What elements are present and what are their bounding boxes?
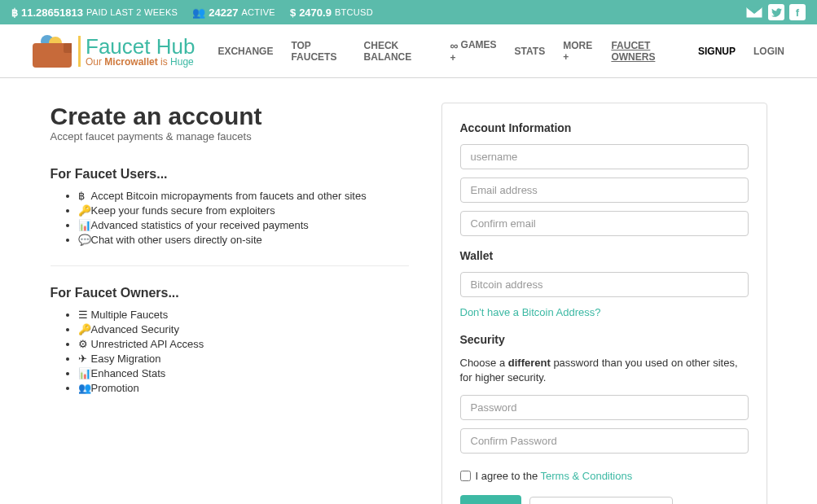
stat-price-value: 2470.9 [299, 7, 332, 19]
envelope-icon[interactable] [745, 3, 763, 21]
button-row: Sign up Already have an account? Support [460, 495, 749, 504]
stat-price: $ 2470.9 BTCUSD [290, 7, 373, 19]
list-item: ✈Easy Migration [78, 353, 409, 365]
stat-price-label: BTCUSD [335, 7, 373, 17]
topbar-stats: ฿ 11.28651813 PAID LAST 2 WEEKS 👥 24227 … [11, 7, 373, 19]
list-item: 👥Promotion [78, 382, 409, 394]
stat-paid-label: PAID LAST 2 WEEKS [86, 7, 178, 17]
terms-link[interactable]: Terms & Conditions [541, 470, 633, 482]
terms-label: I agree to the Terms & Conditions [476, 470, 633, 482]
bitcoin-icon: ฿ [78, 190, 90, 202]
owners-list: ☰Multiple Faucets 🔑Advanced Security ⚙Un… [51, 309, 409, 394]
stat-active-label: ACTIVE [241, 7, 275, 17]
terms-row: I agree to the Terms & Conditions [460, 470, 749, 482]
logo[interactable]: Faucet Hub Our Microwallet is Huge [33, 35, 195, 68]
password-field[interactable] [460, 395, 749, 420]
divider [51, 265, 409, 266]
signup-button[interactable]: Sign up [460, 495, 521, 504]
left-column: Create an account Accept faucet payments… [51, 103, 409, 405]
nav-exchange[interactable]: EXCHANGE [217, 46, 273, 57]
users-heading: For Faucet Users... [51, 167, 409, 182]
bitcoin-address-field[interactable] [460, 272, 749, 297]
already-account-button[interactable]: Already have an account? [529, 497, 673, 504]
security-heading: Security [460, 333, 749, 346]
twitter-icon[interactable] [768, 4, 784, 20]
gear-icon: ⚙ [78, 338, 90, 350]
topbar: ฿ 11.28651813 PAID LAST 2 WEEKS 👥 24227 … [0, 0, 817, 24]
stat-paid: ฿ 11.28651813 PAID LAST 2 WEEKS [11, 7, 178, 19]
infinity-icon: ∞ [450, 39, 459, 52]
nav-links: EXCHANGE TOP FAUCETS CHECK BALANCE ∞GAME… [217, 39, 784, 64]
topbar-social: f [745, 3, 806, 21]
page-subtitle: Accept faucet payments & manage faucets [51, 130, 409, 142]
confirm-password-field[interactable] [460, 428, 749, 454]
nav-login[interactable]: LOGIN [753, 46, 784, 57]
account-heading: Account Information [460, 121, 749, 134]
users-icon: 👥 [78, 382, 90, 394]
main-container: Create an account Accept faucet payments… [34, 78, 784, 504]
logo-title: Faucet Hub [86, 36, 195, 57]
users-icon: 👥 [192, 7, 205, 19]
bitcoin-icon: ฿ [11, 7, 18, 19]
list-icon: ☰ [78, 309, 90, 321]
nav-faucet-owners[interactable]: FAUCET OWNERS [611, 40, 680, 63]
security-help: Choose a different password than you use… [460, 356, 749, 385]
key-icon: 🔑 [78, 204, 90, 217]
email-field[interactable] [460, 177, 749, 203]
chart-icon: 📊 [78, 219, 90, 231]
nav-games[interactable]: ∞GAMES + [450, 39, 497, 64]
stat-paid-value: 11.28651813 [21, 7, 83, 19]
navbar: Faucet Hub Our Microwallet is Huge EXCHA… [0, 24, 817, 78]
users-list: ฿Accept Bitcoin micropayments from fauce… [51, 190, 409, 246]
plane-icon: ✈ [78, 353, 90, 365]
nav-signup[interactable]: SIGNUP [698, 46, 736, 57]
list-item: 💬Chat with other users directly on-site [78, 234, 409, 246]
chart-icon: 📊 [78, 367, 90, 379]
list-item: ฿Accept Bitcoin micropayments from fauce… [78, 190, 409, 202]
logo-subtitle: Our Microwallet is Huge [86, 57, 195, 67]
stat-active: 👥 24227 ACTIVE [192, 7, 275, 19]
wallet-heading: Wallet [460, 249, 749, 262]
stat-active-value: 24227 [209, 7, 238, 19]
chat-icon: 💬 [78, 234, 90, 246]
list-item: 🔑Advanced Security [78, 323, 409, 335]
list-item: 🔑Keep your funds secure from exploiters [78, 204, 409, 217]
signup-form: Account Information Wallet Don't have a … [441, 103, 767, 504]
logo-text: Faucet Hub Our Microwallet is Huge [78, 36, 195, 67]
owners-heading: For Faucet Owners... [51, 286, 409, 300]
wallet-icon [33, 35, 72, 68]
nav-top-faucets[interactable]: TOP FAUCETS [291, 40, 345, 63]
terms-checkbox[interactable] [460, 471, 471, 481]
key-icon: 🔑 [78, 323, 90, 335]
nav-check-balance[interactable]: CHECK BALANCE [364, 40, 433, 63]
list-item: ☰Multiple Faucets [78, 309, 409, 321]
list-item: 📊Enhanced Stats [78, 367, 409, 379]
list-item: ⚙Unrestricted API Access [78, 338, 409, 350]
facebook-icon[interactable]: f [789, 4, 806, 20]
username-field[interactable] [460, 144, 749, 169]
nav-more[interactable]: MORE + [563, 40, 593, 63]
list-item: 📊Advanced statistics of your received pa… [78, 219, 409, 231]
dollar-icon: $ [290, 7, 296, 19]
nav-stats[interactable]: STATS [515, 46, 546, 57]
no-address-link[interactable]: Don't have a Bitcoin Address? [460, 306, 601, 318]
page-title: Create an account [51, 103, 409, 130]
confirm-email-field[interactable] [460, 211, 749, 236]
